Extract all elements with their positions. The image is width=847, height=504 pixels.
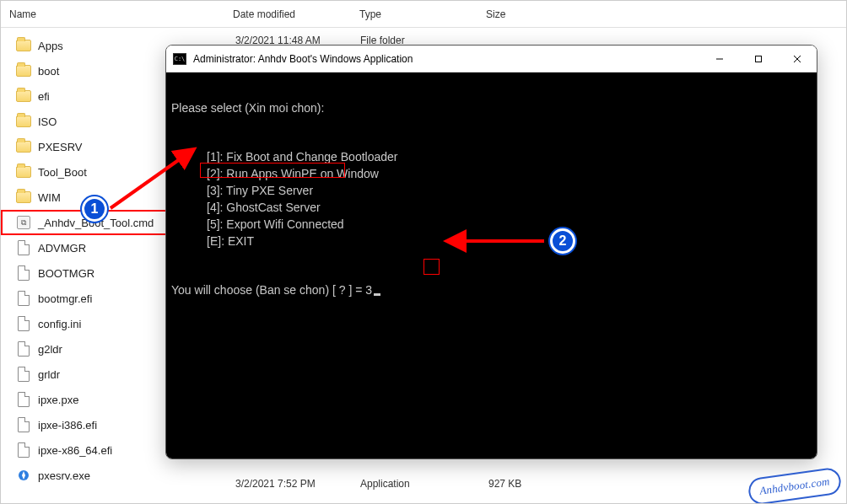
annotation-marker-1: 1	[82, 196, 107, 222]
annotation-marker-2: 2	[550, 228, 575, 254]
annotation-arrow-2	[1, 1, 847, 504]
